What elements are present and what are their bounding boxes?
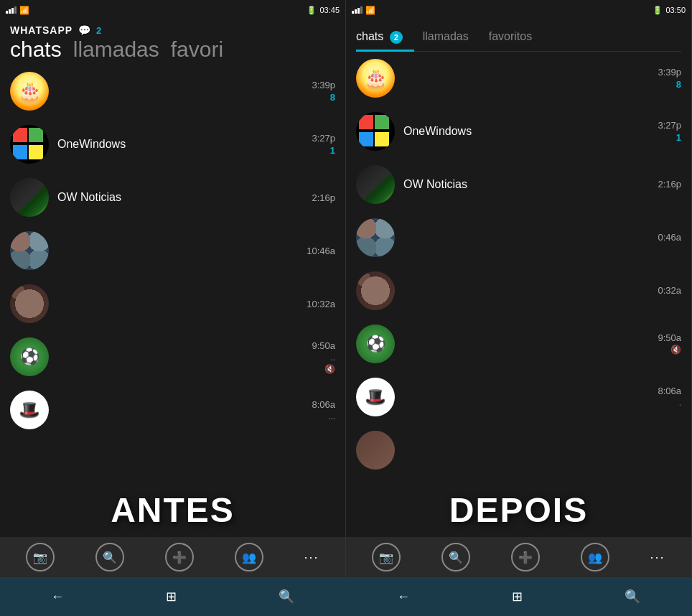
- chat-item[interactable]: 9:50a .. 🔇: [0, 330, 345, 383]
- avatar: [10, 125, 49, 164]
- search-button[interactable]: 🔍: [95, 543, 124, 571]
- avatar: [356, 325, 395, 363]
- signal-icon: [6, 6, 17, 14]
- chat-item[interactable]: OneWindows 3:27p 1: [0, 118, 345, 171]
- chat-item[interactable]: [346, 424, 691, 477]
- chat-item[interactable]: 9:50a 🔇: [346, 317, 691, 370]
- home-button[interactable]: ⊞: [497, 583, 537, 610]
- app-title-row: WHATSAPP 💬 2: [10, 24, 335, 36]
- add-button[interactable]: ➕: [165, 543, 194, 571]
- search-nav-button[interactable]: 🔍: [264, 583, 309, 610]
- chat-unread: 1: [676, 132, 681, 143]
- chat-item[interactable]: 0:46a: [346, 211, 691, 264]
- avatar: [356, 165, 395, 204]
- battery-icon: 🔋: [307, 6, 317, 15]
- chat-item[interactable]: 8:06a .: [346, 370, 691, 424]
- chats-badge: 2: [390, 31, 403, 44]
- avatar: [356, 378, 395, 416]
- time-depois: 03:50: [665, 6, 686, 14]
- chat-name: OneWindows: [403, 125, 649, 138]
- chat-time: 2:16p: [658, 179, 681, 190]
- mute-icon: 🔇: [324, 364, 335, 374]
- chat-meta: 3:27p 1: [312, 133, 335, 156]
- chat-item[interactable]: OW Noticias 2:16p: [346, 158, 691, 211]
- tab-llamadas-depois[interactable]: llamadas: [423, 24, 480, 50]
- chat-meta: 8:06a ...: [312, 399, 335, 421]
- home-button[interactable]: ⊞: [151, 583, 191, 610]
- avatar: [10, 72, 49, 111]
- chat-meta: 2:16p: [312, 192, 335, 203]
- bottom-toolbar-depois: 📷 🔍 ➕ 👥 ···: [346, 537, 691, 577]
- chat-list-antes: 3:39p 8 OneWindows 3:27p 1 OW N: [0, 65, 345, 537]
- chat-dots: ...: [328, 411, 335, 421]
- avatar: [356, 271, 395, 310]
- more-button[interactable]: ···: [304, 550, 319, 565]
- add-button[interactable]: ➕: [511, 543, 540, 571]
- mute-icon: 🔇: [670, 345, 681, 355]
- avatar: [10, 178, 49, 217]
- chat-meta: 2:16p: [658, 179, 681, 190]
- status-left: 📶: [352, 6, 375, 15]
- search-nav-button[interactable]: 🔍: [610, 583, 655, 610]
- back-button[interactable]: ←: [383, 584, 424, 610]
- contacts-button[interactable]: 👥: [581, 543, 609, 571]
- chat-list-depois: 3:39p 8 OneWindows 3:27p 1 OW N: [346, 52, 691, 537]
- tab-favoritos-antes[interactable]: favori: [171, 37, 223, 65]
- chat-item[interactable]: OneWindows 3:27p 1: [346, 105, 691, 158]
- tab-chats-depois[interactable]: chats 2: [356, 24, 414, 51]
- chat-unread: 8: [676, 79, 681, 90]
- chat-time: 0:46a: [658, 232, 681, 243]
- chat-dots: .: [679, 398, 681, 408]
- chat-item[interactable]: 3:39p 8: [0, 65, 345, 118]
- chat-time: 0:32a: [658, 285, 681, 296]
- chat-icon: 💬: [78, 24, 90, 36]
- chat-info: OW Noticias: [57, 191, 303, 204]
- app-header-depois: chats 2 llamadas favoritos: [346, 20, 691, 52]
- status-right: 🔋 03:50: [653, 6, 686, 15]
- camera-button[interactable]: 📷: [26, 543, 55, 571]
- chat-name: OneWindows: [57, 138, 303, 151]
- chat-unread: 8: [330, 92, 335, 103]
- chat-time: 9:50a: [312, 340, 335, 351]
- chat-item[interactable]: 8:06a ...: [0, 383, 345, 437]
- search-button[interactable]: 🔍: [441, 543, 470, 571]
- avatar: [356, 218, 395, 257]
- antes-panel: 📶 🔋 03:45 WHATSAPP 💬 2 chats llamadas fa…: [0, 0, 346, 616]
- more-button[interactable]: ···: [650, 550, 665, 565]
- status-right: 🔋 03:45: [307, 6, 340, 15]
- chat-meta: 0:46a: [658, 232, 681, 243]
- avatar: [356, 59, 395, 98]
- chat-dots: ..: [330, 353, 335, 363]
- chat-item[interactable]: 10:32a: [0, 277, 345, 330]
- chat-item[interactable]: 0:32a: [346, 264, 691, 317]
- badge-count: 2: [96, 25, 101, 36]
- app-name: WHATSAPP: [10, 24, 73, 36]
- tab-favoritos-depois[interactable]: favoritos: [489, 24, 543, 50]
- chat-meta: 9:50a 🔇: [658, 332, 681, 355]
- chat-name: OW Noticias: [403, 178, 649, 191]
- avatar: [10, 391, 49, 429]
- nav-tabs-small: chats 2 llamadas favoritos: [356, 24, 681, 52]
- tab-llamadas-antes[interactable]: llamadas: [73, 37, 159, 65]
- chat-meta: 8:06a .: [658, 386, 681, 408]
- chat-item[interactable]: 3:39p 8: [346, 52, 691, 105]
- chat-info: OneWindows: [403, 125, 649, 138]
- chat-unread: 1: [330, 145, 335, 156]
- chat-item[interactable]: OW Noticias 2:16p: [0, 171, 345, 224]
- contacts-button[interactable]: 👥: [235, 543, 263, 571]
- chat-time: 8:06a: [312, 399, 335, 410]
- depois-panel: 📶 🔋 03:50 chats 2 llamadas favoritos 3:3…: [346, 0, 692, 616]
- chat-meta: 3:27p 1: [658, 120, 681, 143]
- tab-chats-antes[interactable]: chats: [10, 37, 62, 65]
- nav-tabs-large: chats llamadas favori: [10, 37, 335, 65]
- chat-info: OneWindows: [57, 138, 303, 151]
- signal-icon: [352, 6, 363, 14]
- avatar: [10, 231, 49, 270]
- chat-item[interactable]: 10:46a: [0, 224, 345, 277]
- chat-meta: 3:39p 8: [658, 67, 681, 90]
- status-left: 📶: [6, 6, 29, 15]
- camera-button[interactable]: 📷: [372, 543, 401, 571]
- chat-time: 3:39p: [658, 67, 681, 78]
- back-button[interactable]: ←: [37, 584, 78, 610]
- avatar: [356, 431, 395, 470]
